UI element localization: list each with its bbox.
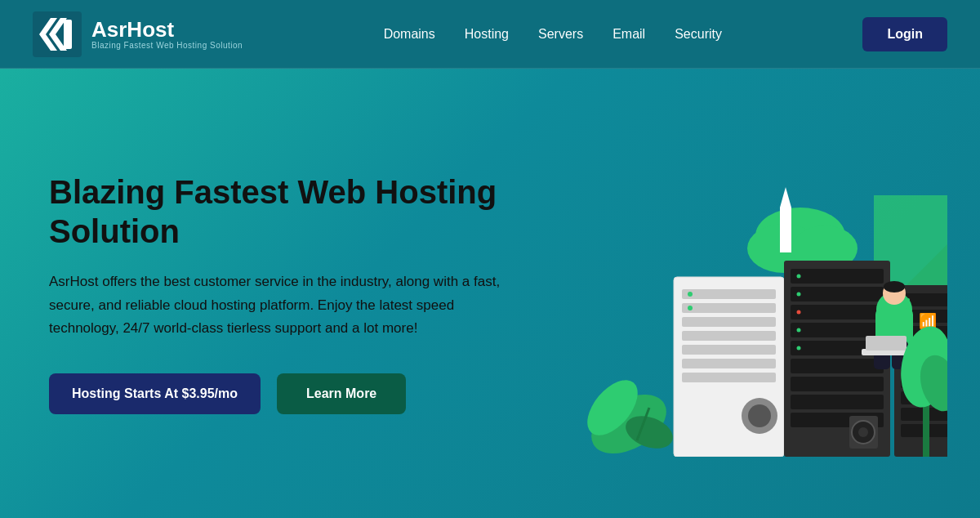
nav-email[interactable]: Email — [612, 27, 645, 41]
brand-name: AsrHost — [91, 18, 243, 42]
svg-rect-30 — [791, 305, 884, 319]
svg-point-26 — [688, 306, 693, 310]
svg-rect-18 — [682, 317, 776, 327]
svg-marker-10 — [780, 187, 791, 208]
svg-point-37 — [797, 275, 801, 279]
svg-rect-16 — [682, 289, 776, 299]
svg-rect-19 — [682, 331, 776, 341]
login-button[interactable]: Login — [862, 17, 947, 51]
nav-hosting[interactable]: Hosting — [465, 27, 509, 41]
logo-link[interactable]: AsrHost Blazing Fastest Web Hosting Solu… — [33, 11, 243, 57]
nav-servers[interactable]: Servers — [538, 27, 583, 41]
logo-text: AsrHost Blazing Fastest Web Hosting Solu… — [91, 18, 243, 51]
hero-description: AsrHost offers the best customer service… — [49, 270, 523, 342]
svg-point-44 — [858, 427, 868, 437]
svg-rect-31 — [791, 323, 884, 337]
svg-rect-33 — [791, 359, 884, 373]
hero-section: Blazing Fastest Web Hosting Solution Asr… — [0, 69, 980, 518]
svg-rect-35 — [791, 395, 884, 409]
svg-rect-28 — [791, 269, 884, 284]
svg-point-40 — [797, 328, 801, 333]
svg-rect-65 — [866, 336, 906, 351]
svg-point-60 — [884, 281, 905, 292]
svg-rect-9 — [780, 208, 791, 252]
nav-security[interactable]: Security — [675, 27, 722, 41]
svg-point-25 — [688, 292, 693, 297]
navbar: AsrHost Blazing Fastest Web Hosting Solu… — [0, 0, 980, 69]
svg-rect-21 — [682, 359, 776, 368]
hero-illustration: 📶 — [523, 130, 947, 457]
svg-rect-34 — [791, 377, 884, 391]
svg-rect-3 — [64, 20, 72, 49]
svg-point-38 — [797, 292, 801, 297]
svg-rect-29 — [791, 287, 884, 301]
svg-point-41 — [797, 346, 801, 351]
logo-icon — [33, 11, 82, 57]
svg-rect-17 — [682, 303, 776, 313]
learn-more-button[interactable]: Learn More — [277, 373, 406, 414]
svg-point-39 — [797, 310, 801, 315]
hero-title: Blazing Fastest Web Hosting Solution — [49, 172, 523, 251]
svg-rect-20 — [682, 345, 776, 355]
hero-content: Blazing Fastest Web Hosting Solution Asr… — [49, 172, 523, 415]
svg-point-24 — [748, 404, 771, 427]
server-illustration-svg: 📶 — [523, 130, 947, 457]
hero-buttons: Hosting Starts At $3.95/mo Learn More — [49, 373, 523, 414]
svg-rect-22 — [682, 373, 776, 382]
hosting-cta-button[interactable]: Hosting Starts At $3.95/mo — [49, 373, 261, 414]
nav-domains[interactable]: Domains — [384, 27, 435, 41]
nav-links: Domains Hosting Servers Email Security — [384, 27, 722, 42]
brand-tagline: Blazing Fastest Web Hosting Solution — [91, 41, 243, 50]
